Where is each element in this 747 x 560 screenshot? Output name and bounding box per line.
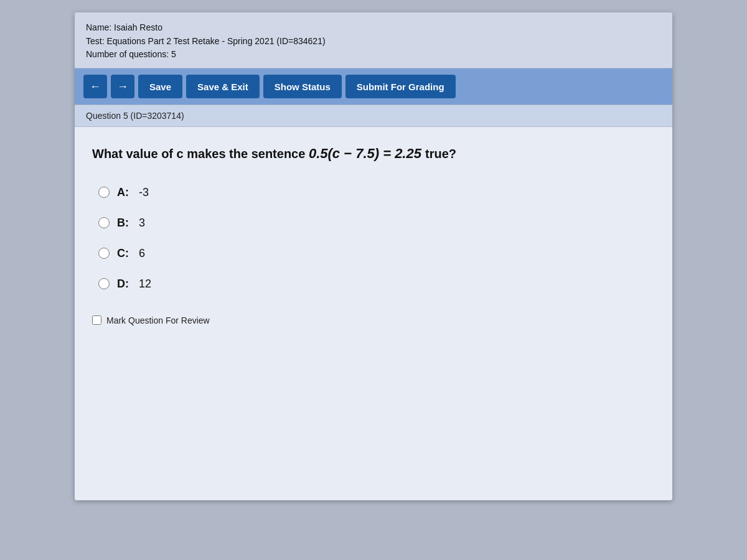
- option-c-value: 6: [139, 247, 145, 260]
- option-c-label: C:: [117, 247, 129, 260]
- radio-b[interactable]: [98, 217, 110, 228]
- save-button[interactable]: Save: [138, 75, 182, 98]
- student-name: Name: Isaiah Resto: [86, 21, 661, 35]
- submit-grading-button[interactable]: Submit For Grading: [345, 75, 456, 98]
- mark-review-label[interactable]: Mark Question For Review: [92, 315, 655, 325]
- option-c[interactable]: C: 6: [98, 247, 655, 260]
- question-body: What value of c makes the sentence 0.5(c…: [75, 127, 672, 500]
- option-a-value: -3: [139, 186, 149, 199]
- back-button[interactable]: ←: [83, 75, 107, 98]
- question-math: 0.5(c − 7.5) = 2.25: [309, 146, 425, 161]
- num-questions: Number of questions: 5: [86, 48, 661, 62]
- question-text: What value of c makes the sentence 0.5(c…: [92, 144, 655, 164]
- option-b[interactable]: B: 3: [98, 217, 655, 230]
- save-exit-button[interactable]: Save & Exit: [186, 75, 260, 98]
- option-d-label: D:: [117, 278, 129, 291]
- option-b-value: 3: [139, 217, 145, 230]
- radio-c[interactable]: [98, 248, 110, 259]
- forward-button[interactable]: →: [111, 75, 134, 98]
- option-d-value: 12: [139, 278, 151, 291]
- radio-d[interactable]: [98, 278, 110, 289]
- question-text-prefix: What value of c makes the sentence: [92, 147, 305, 161]
- info-header: Name: Isaiah Resto Test: Equations Part …: [75, 12, 672, 68]
- toolbar: ← → Save Save & Exit Show Status Submit …: [75, 68, 672, 105]
- test-title: Test: Equations Part 2 Test Retake - Spr…: [86, 35, 661, 49]
- main-container: Name: Isaiah Resto Test: Equations Part …: [75, 12, 672, 500]
- question-id-label: Question 5 (ID=3203714): [86, 111, 184, 121]
- question-header: Question 5 (ID=3203714): [75, 105, 672, 127]
- option-d[interactable]: D: 12: [98, 278, 655, 291]
- mark-review-checkbox[interactable]: [92, 315, 101, 325]
- radio-a[interactable]: [98, 187, 110, 198]
- question-text-suffix: true?: [425, 147, 456, 161]
- option-a-label: A:: [117, 186, 129, 199]
- options-list: A: -3 B: 3 C: 6 D: 12: [98, 186, 655, 291]
- option-a[interactable]: A: -3: [98, 186, 655, 199]
- option-b-label: B:: [117, 217, 129, 230]
- mark-review-text: Mark Question For Review: [106, 315, 210, 325]
- show-status-button[interactable]: Show Status: [263, 75, 342, 98]
